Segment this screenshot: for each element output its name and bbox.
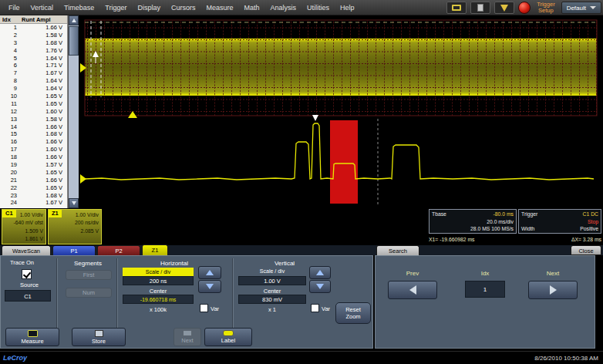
table-row[interactable]: 14 1.66 V: [0, 123, 67, 131]
table-row[interactable]: 18 1.66 V: [0, 153, 67, 161]
default-label: Default: [567, 5, 586, 12]
hardcopy-icon: [477, 4, 483, 12]
table-row[interactable]: 3 1.68 V: [0, 39, 67, 47]
table-row[interactable]: 23 1.68 V: [0, 192, 67, 200]
vertical-var-checkbox[interactable]: [311, 304, 319, 312]
table-row[interactable]: 2 1.58 V: [0, 32, 67, 39]
table-row[interactable]: 6 1.71 V: [0, 62, 67, 69]
tab-p2[interactable]: P2: [97, 245, 140, 255]
table-row[interactable]: 1 1.66 V: [0, 24, 67, 32]
table-row[interactable]: 19 1.57 V: [0, 161, 67, 169]
capture-button[interactable]: [494, 2, 514, 14]
table-row[interactable]: 16 1.66 V: [0, 138, 67, 146]
source-label: Source: [4, 281, 55, 288]
prev-label: Prev: [388, 270, 437, 277]
prev-button[interactable]: [388, 281, 437, 299]
table-row[interactable]: 5 1.64 V: [0, 55, 67, 62]
scroll-up-button[interactable]: [69, 15, 79, 25]
tab-z1[interactable]: Z1: [142, 244, 168, 255]
oscilloscope-app: FileVerticalTimebaseTriggerDisplayCursor…: [0, 0, 603, 364]
menu-item[interactable]: File: [3, 0, 25, 15]
table-row[interactable]: 12 1.60 V: [0, 108, 67, 116]
vertical-scale-down-button[interactable]: [309, 280, 331, 293]
tab-p1[interactable]: P1: [52, 245, 96, 255]
z1-descriptor[interactable]: Z1 1.00 V/div200 ns/div2.085 V: [48, 209, 102, 244]
menu-item[interactable]: Timebase: [59, 0, 99, 15]
horizontal-center-value[interactable]: -19.660718 ms: [123, 295, 194, 304]
scrollbar-thumb[interactable]: [69, 26, 79, 56]
vertical-scale-up-button[interactable]: [309, 266, 331, 279]
row-value: 1.64 V: [20, 77, 67, 85]
horizontal-var-checkbox[interactable]: [200, 304, 208, 312]
hardcopy-button[interactable]: [470, 2, 490, 14]
next-event-button[interactable]: Next: [173, 328, 201, 346]
table-scrollbar[interactable]: [68, 15, 79, 208]
touchscreen-button[interactable]: [446, 2, 467, 14]
table-row[interactable]: 4 1.76 V: [0, 47, 67, 55]
table-row[interactable]: 17 1.60 V: [0, 146, 67, 153]
vertical-center-value[interactable]: 830 mV: [238, 295, 306, 304]
segments-num-button[interactable]: Num: [66, 288, 112, 298]
tab-search[interactable]: Search: [376, 245, 419, 255]
row-idx: 14: [0, 123, 20, 131]
column-header-runt-ampl[interactable]: Runt Ampl: [20, 15, 67, 23]
menu-item[interactable]: Cursors: [166, 0, 201, 15]
menu-item[interactable]: Display: [132, 0, 166, 15]
c1-descriptor[interactable]: C1 1.00 V/div-640 mV ofst1.509 V1.861 V: [2, 209, 46, 244]
menu-item[interactable]: Math: [238, 0, 264, 15]
trigger-mode: Stop: [588, 218, 598, 226]
table-row[interactable]: 8 1.64 V: [0, 77, 67, 85]
close-button[interactable]: Close: [571, 245, 601, 255]
source-value-button[interactable]: C1: [5, 290, 51, 302]
idx-field[interactable]: 1: [465, 281, 505, 298]
idx-label: Idx: [465, 270, 505, 277]
table-row[interactable]: 24 1.67 V: [0, 199, 67, 207]
menu-item[interactable]: Vertical: [25, 0, 59, 15]
label-button[interactable]: Label: [204, 328, 252, 346]
table-row[interactable]: 20 1.65 V: [0, 169, 67, 177]
trigger-setup-line2: Setup: [537, 8, 554, 14]
measure-button[interactable]: Measure: [5, 328, 59, 346]
reset-zoom-button[interactable]: Reset Zoom: [335, 302, 371, 324]
menu-item[interactable]: Trigger: [99, 0, 132, 15]
table-row[interactable]: 13 1.58 V: [0, 116, 67, 123]
menu-item[interactable]: Analysis: [264, 0, 302, 15]
table-row[interactable]: 9 1.64 V: [0, 85, 67, 93]
trace-on-checkbox[interactable]: [22, 269, 32, 279]
table-row[interactable]: 22 1.65 V: [0, 184, 67, 192]
stop-button[interactable]: [518, 2, 531, 14]
table-row[interactable]: 10 1.65 V: [0, 93, 67, 100]
row-idx: 16: [0, 138, 20, 146]
next-button[interactable]: [528, 281, 578, 299]
store-button[interactable]: Store: [72, 328, 126, 346]
menu-item[interactable]: Utilities: [302, 0, 335, 15]
row-value: 1.57 V: [20, 161, 67, 169]
column-header-idx[interactable]: Idx: [0, 15, 20, 23]
search-highlight: [330, 120, 358, 204]
horizontal-mult-label: x 100k: [123, 306, 194, 313]
z1-descriptor-lines: 1.00 V/div200 ns/div2.085 V: [75, 211, 99, 235]
trigger-type: Width: [521, 225, 534, 233]
zoom-dialog: Trace On Source C1 Segments First Num Ho…: [0, 255, 373, 349]
horizontal-scale-up-button[interactable]: [198, 266, 221, 279]
table-row[interactable]: 21 1.66 V: [0, 177, 67, 184]
trigger-setup-button[interactable]: Trigger Setup: [534, 2, 557, 14]
segments-first-button[interactable]: First: [66, 270, 112, 280]
row-idx: 2: [0, 32, 20, 39]
vertical-scale-value[interactable]: 1.00 V: [238, 276, 306, 285]
table-row[interactable]: 11 1.65 V: [0, 100, 67, 108]
menu-item[interactable]: Measure: [200, 0, 238, 15]
tab-wavescan[interactable]: WaveScan: [2, 245, 51, 255]
default-dropdown[interactable]: Default: [561, 2, 601, 14]
scroll-down-button[interactable]: [69, 198, 79, 208]
menu-item[interactable]: Help: [335, 0, 360, 15]
timebase-descriptor[interactable]: Tbase -80.0 ms 20.0 ms/div 28.0 MS 100 M…: [429, 209, 517, 234]
horizontal-scale-down-button[interactable]: [198, 280, 221, 293]
horizontal-scale-value[interactable]: 200 ns: [123, 276, 194, 285]
table-row[interactable]: 15 1.68 V: [0, 130, 67, 138]
up-arrow-icon: [316, 270, 324, 275]
row-value: 1.76 V: [20, 47, 67, 55]
table-row[interactable]: 7 1.67 V: [0, 69, 67, 77]
row-idx: 8: [0, 77, 20, 85]
trigger-descriptor[interactable]: Trigger C1 DC Stop Width Positive: [518, 209, 601, 234]
